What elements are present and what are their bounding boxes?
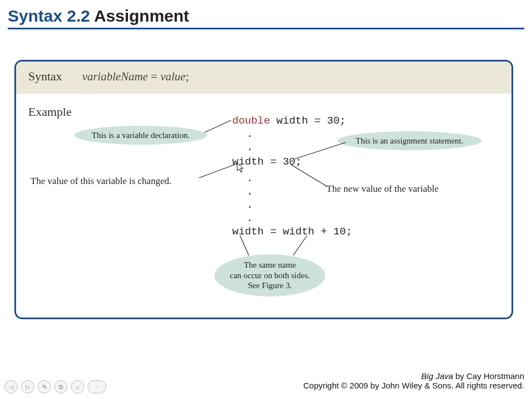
ellipsis-dot: . xyxy=(247,212,253,224)
example-label: Example xyxy=(28,105,71,119)
ellipsis-dot: . xyxy=(247,141,253,154)
title-prefix: Syntax 2.2 xyxy=(8,7,90,25)
svg-line-3 xyxy=(291,165,328,187)
callout-both-sides-l3: See Figure 3. xyxy=(248,280,292,291)
syntax-label: Syntax xyxy=(28,69,62,83)
nav-controls: ◁ ▷ ✎ ⧉ ⌕ ··· xyxy=(4,380,106,393)
callout-both-sides-l2: can occur on both sides. xyxy=(230,270,310,281)
syntax-header: Syntax variableName = value; xyxy=(16,62,511,94)
syntax-pattern: variableName = value; xyxy=(82,70,189,83)
nav-next-button[interactable]: ▷ xyxy=(21,380,34,393)
ellipsis-dot: . xyxy=(247,199,253,211)
ellipsis-dot: . xyxy=(247,186,253,198)
page-title-bar: Syntax 2.2 Assignment xyxy=(0,0,532,34)
nav-menu-button[interactable]: ··· xyxy=(88,380,106,393)
code-line-assignment: width = 30; xyxy=(232,156,301,168)
nav-zoom-button[interactable]: ⌕ xyxy=(71,380,84,393)
callout-assignment: This is an assignment statement. xyxy=(337,131,482,150)
ellipsis-dot: . xyxy=(247,172,253,185)
code-line1-rest: width = 30; xyxy=(270,115,346,127)
nav-copy-button[interactable]: ⧉ xyxy=(54,380,68,393)
footer-line1: Big Java by Cay Horstmann xyxy=(303,371,524,381)
callout-declaration: This is a variable declaration. xyxy=(74,126,207,145)
callout-both-sides-l1: The same name xyxy=(244,260,296,270)
note-new-value: The new value of the variable xyxy=(326,183,439,195)
pattern-val: value xyxy=(160,70,185,83)
title-rule xyxy=(8,28,524,29)
syntax-box: Syntax variableName = value; Example dou… xyxy=(14,60,513,319)
code-line-declaration: double width = 30; xyxy=(232,115,346,127)
pattern-end: ; xyxy=(186,70,189,83)
ellipsis-dot: . xyxy=(247,128,253,140)
nav-prev-button[interactable]: ◁ xyxy=(4,380,18,393)
svg-line-5 xyxy=(293,236,307,255)
book-author: by Cay Horstmann xyxy=(453,371,524,381)
footer-copyright: Copyright © 2009 by John Wiley & Sons. A… xyxy=(303,381,524,390)
svg-line-0 xyxy=(204,120,231,132)
title-suffix: Assignment xyxy=(90,7,189,25)
svg-line-4 xyxy=(240,236,249,255)
pattern-var: variableName xyxy=(82,70,148,83)
code-line-compound: width = width + 10; xyxy=(232,226,352,238)
note-value-changed: The value of this variable is changed. xyxy=(30,176,171,187)
footer: Big Java by Cay Horstmann Copyright © 20… xyxy=(303,371,524,390)
callout-both-sides: The same name can occur on both sides. S… xyxy=(214,254,325,296)
nav-pen-button[interactable]: ✎ xyxy=(38,380,51,393)
pattern-eq: = xyxy=(148,70,160,83)
keyword-double: double xyxy=(232,115,270,127)
example-area: Example double width = 30; . . width = 3… xyxy=(16,94,511,315)
book-title: Big Java xyxy=(421,371,453,381)
svg-line-1 xyxy=(294,142,346,159)
